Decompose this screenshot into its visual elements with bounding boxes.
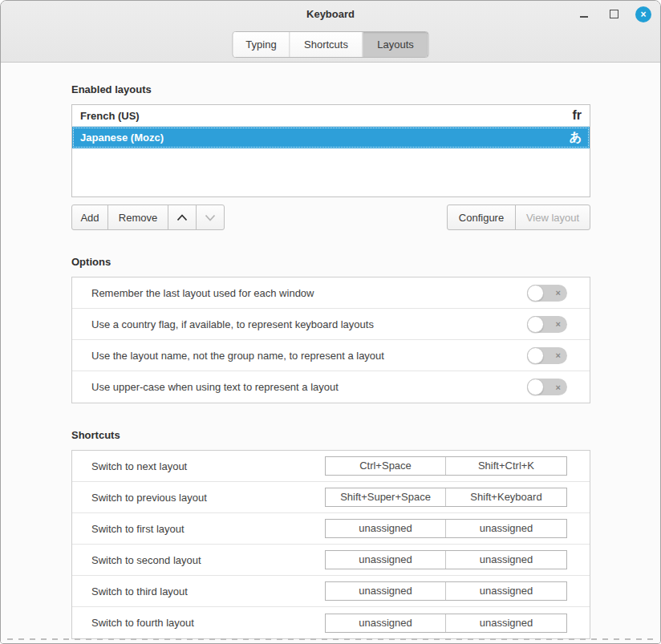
shortcut-row-previous-layout: Switch to previous layout Shift+Super+Sp…	[72, 482, 590, 513]
close-button[interactable]: ×	[635, 6, 651, 22]
layout-indicator-glyph: fr	[572, 108, 582, 123]
option-label: Use upper-case when using text to repres…	[91, 381, 339, 393]
option-row-upper-case: Use upper-case when using text to repres…	[72, 371, 590, 403]
maximize-icon	[610, 10, 618, 18]
keybinding-button-2[interactable]: Shift+Ctrl+K	[446, 457, 566, 475]
keybinding-group: Ctrl+Space Shift+Ctrl+K	[325, 456, 567, 476]
keybinding-button-2[interactable]: unassigned	[446, 582, 566, 600]
keybinding-group: unassigned unassigned	[325, 614, 567, 633]
configure-button[interactable]: Configure	[447, 205, 516, 230]
options-panel: Remember the last layout used for each w…	[71, 277, 590, 403]
keybinding-button-1[interactable]: Shift+Super+Space	[326, 488, 446, 506]
keybinding-group: unassigned unassigned	[325, 519, 567, 538]
keybinding-button-2[interactable]: unassigned	[446, 520, 566, 537]
keybinding-button-2[interactable]: unassigned	[446, 551, 566, 569]
layout-row-french[interactable]: French (US) fr	[72, 105, 590, 127]
maximize-button[interactable]	[606, 6, 622, 22]
option-label: Use a country flag, if available, to rep…	[91, 318, 374, 330]
layout-name-toggle[interactable]: ×	[527, 347, 567, 364]
window-controls: ×	[576, 1, 651, 27]
window-title: Keyboard	[306, 8, 355, 20]
keybinding-button-1[interactable]: unassigned	[326, 551, 446, 569]
upper-case-toggle[interactable]: ×	[527, 379, 567, 395]
toggle-off-icon: ×	[556, 320, 561, 329]
view-layout-button[interactable]: View layout	[515, 205, 590, 230]
close-icon: ×	[640, 10, 646, 19]
shortcut-label: Switch to fourth layout	[91, 617, 194, 629]
keybinding-button-1[interactable]: Ctrl+Space	[326, 457, 446, 475]
enabled-layouts-heading: Enabled layouts	[71, 83, 590, 95]
remove-layout-button[interactable]: Remove	[107, 205, 168, 230]
tab-switcher: Typing Shortcuts Layouts	[233, 31, 429, 58]
shortcut-row-next-layout: Switch to next layout Ctrl+Space Shift+C…	[72, 451, 590, 482]
keybinding-button-1[interactable]: unassigned	[326, 582, 446, 600]
toggle-knob	[527, 379, 544, 395]
tab-typing[interactable]: Typing	[233, 32, 290, 57]
titlebar[interactable]: Keyboard ×	[1, 1, 660, 27]
remember-last-layout-toggle[interactable]: ×	[527, 285, 567, 302]
option-label: Use the layout name, not the group name,…	[91, 350, 384, 362]
toggle-knob	[527, 316, 544, 333]
tab-shortcuts[interactable]: Shortcuts	[290, 32, 363, 57]
keybinding-button-1[interactable]: unassigned	[326, 520, 446, 537]
option-row-remember-last-layout: Remember the last layout used for each w…	[72, 277, 590, 309]
option-row-country-flag: Use a country flag, if available, to rep…	[72, 309, 590, 340]
shortcuts-panel: Switch to next layout Ctrl+Space Shift+C…	[71, 450, 590, 639]
shortcut-row-first-layout: Switch to first layout unassigned unassi…	[72, 513, 590, 545]
layout-indicator-glyph: あ	[570, 130, 582, 145]
country-flag-toggle[interactable]: ×	[527, 316, 567, 333]
toggle-knob	[527, 285, 544, 302]
toggle-off-icon: ×	[556, 351, 561, 360]
layout-edit-button-group: Add Remove	[71, 205, 225, 230]
option-row-layout-name: Use the layout name, not the group name,…	[72, 340, 590, 371]
shortcut-row-third-layout: Switch to third layout unassigned unassi…	[72, 576, 590, 607]
toggle-off-icon: ×	[556, 383, 561, 391]
layout-name: French (US)	[80, 110, 140, 122]
chevron-up-icon	[176, 214, 188, 221]
layout-action-button-group: Configure View layout	[447, 205, 590, 230]
shortcut-label: Switch to third layout	[91, 585, 188, 597]
shortcuts-heading: Shortcuts	[71, 429, 590, 441]
layout-row-japanese-mozc[interactable]: Japanese (Mozc) あ	[72, 127, 590, 148]
keybinding-button-2[interactable]: Shift+Keyboard	[446, 488, 566, 506]
keybinding-button-2[interactable]: unassigned	[446, 614, 566, 632]
shortcut-label: Switch to next layout	[91, 460, 187, 472]
shortcut-label: Switch to second layout	[91, 554, 201, 566]
add-layout-button[interactable]: Add	[71, 205, 108, 230]
keybinding-group: unassigned unassigned	[325, 550, 567, 569]
layout-name: Japanese (Mozc)	[80, 132, 164, 144]
minimize-button[interactable]	[576, 6, 592, 22]
keyboard-settings-window: Keyboard × Typing Shortcuts Layouts Enab…	[0, 0, 661, 644]
keybinding-button-1[interactable]: unassigned	[326, 614, 446, 632]
tab-layouts[interactable]: Layouts	[363, 32, 428, 57]
keybinding-group: unassigned unassigned	[325, 581, 567, 601]
shortcut-row-second-layout: Switch to second layout unassigned unass…	[72, 545, 590, 576]
option-label: Remember the last layout used for each w…	[91, 287, 314, 299]
minimize-icon	[580, 10, 588, 18]
layout-list-toolbar: Add Remove Configure View layout	[71, 205, 590, 230]
toggle-knob	[527, 347, 544, 364]
shortcut-row-fourth-layout: Switch to fourth layout unassigned unass…	[72, 607, 590, 638]
scroll-edge-dashed-line	[7, 638, 654, 640]
options-heading: Options	[71, 256, 590, 268]
move-layout-up-button[interactable]	[168, 205, 197, 230]
move-layout-down-button[interactable]	[196, 205, 225, 230]
shortcut-label: Switch to first layout	[91, 523, 185, 535]
window-header: Keyboard × Typing Shortcuts Layouts	[1, 1, 660, 63]
enabled-layouts-list: French (US) fr Japanese (Mozc) あ	[71, 104, 590, 197]
shortcut-label: Switch to previous layout	[91, 492, 207, 504]
toggle-off-icon: ×	[556, 289, 561, 298]
chevron-down-icon	[205, 214, 216, 221]
layouts-page: Enabled layouts French (US) fr Japanese …	[1, 63, 660, 643]
keybinding-group: Shift+Super+Space Shift+Keyboard	[325, 488, 567, 507]
